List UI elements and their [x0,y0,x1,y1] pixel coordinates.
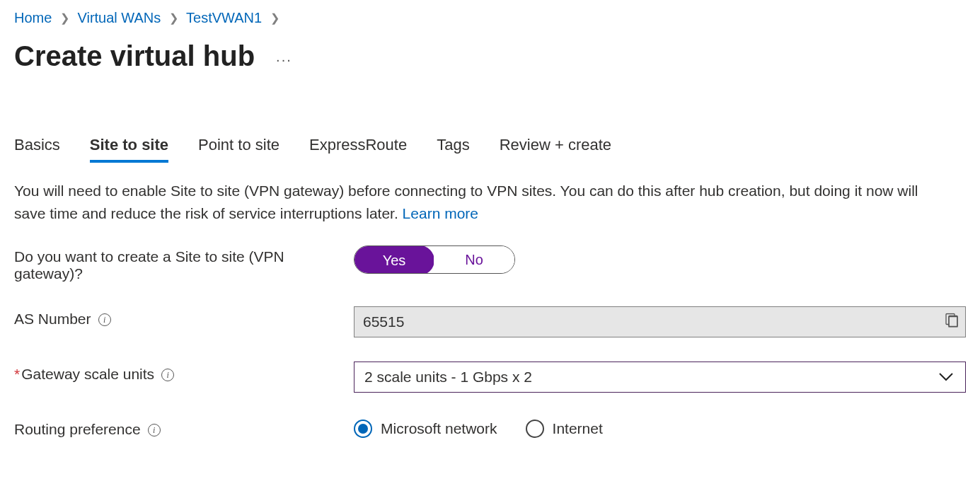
routing-pref-group: Microsoft network Internet [354,417,966,438]
tab-site-to-site[interactable]: Site to site [90,136,168,163]
learn-more-link[interactable]: Learn more [403,205,478,221]
as-number-value: 65515 [363,313,404,330]
breadcrumb: Home ❯ Virtual WANs ❯ TestVWAN1 ❯ [14,0,966,33]
scale-units-label: *Gateway scale units i [14,362,354,383]
tab-point-to-site[interactable]: Point to site [198,136,279,163]
tab-tags[interactable]: Tags [437,136,469,163]
tab-basics[interactable]: Basics [14,136,60,163]
as-number-label: AS Number i [14,306,354,328]
toggle-no[interactable]: No [434,246,514,273]
routing-opt-microsoft[interactable]: Microsoft network [354,420,497,438]
more-actions-icon[interactable]: ··· [276,45,292,68]
routing-pref-label: Routing preference i [14,417,354,438]
info-icon[interactable]: i [98,313,111,326]
copy-icon[interactable] [945,313,958,331]
breadcrumb-testvwan1[interactable]: TestVWAN1 [186,10,262,25]
info-icon[interactable]: i [148,424,161,436]
create-gateway-toggle[interactable]: Yes No [354,245,515,274]
chevron-down-icon [938,369,954,386]
breadcrumb-home[interactable]: Home [14,10,52,25]
tab-strip: Basics Site to site Point to site Expres… [14,136,966,163]
radio-icon [526,420,544,438]
scale-units-value: 2 scale units - 1 Gbps x 2 [364,369,532,386]
create-gateway-label: Do you want to create a Site to site (VP… [14,245,354,282]
toggle-yes[interactable]: Yes [354,245,434,274]
tab-expressroute[interactable]: ExpressRoute [309,136,407,163]
intro-text: You will need to enable Site to site (VP… [14,180,934,224]
as-number-field: 65515 [354,306,966,337]
chevron-right-icon: ❯ [270,12,279,24]
radio-icon [354,420,372,438]
page-title: Create virtual hub [14,40,255,72]
chevron-right-icon: ❯ [169,12,178,24]
chevron-right-icon: ❯ [60,12,69,24]
breadcrumb-virtual-wans[interactable]: Virtual WANs [77,10,161,25]
routing-opt-internet[interactable]: Internet [526,420,603,438]
info-icon[interactable]: i [161,369,174,381]
scale-units-select[interactable]: 2 scale units - 1 Gbps x 2 [354,362,966,393]
tab-review-create[interactable]: Review + create [500,136,611,163]
